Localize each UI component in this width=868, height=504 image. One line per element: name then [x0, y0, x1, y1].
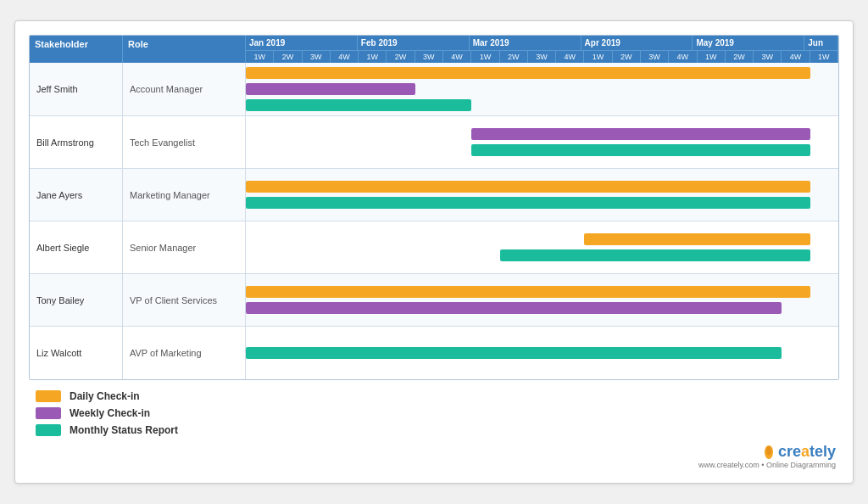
month-cell: Apr 2019: [581, 36, 693, 50]
stakeholder-cell: Jeff Smith: [30, 63, 123, 115]
month-cell: Jun: [804, 36, 838, 50]
gantt-bar: [471, 128, 810, 140]
week-cell: 1W: [246, 51, 274, 63]
bar-row: [246, 98, 838, 112]
gantt-cell: [246, 63, 838, 115]
legend-swatch: [36, 424, 61, 436]
stakeholder-header: Stakeholder: [30, 36, 123, 63]
bar-row: [246, 82, 838, 96]
role-cell: VP of Client Services: [123, 274, 246, 326]
week-cell: 2W: [387, 51, 415, 63]
week-cell: 3W: [303, 51, 331, 63]
chart-header-top: Stakeholder Role Jan 2019Feb 2019Mar 201…: [30, 36, 838, 63]
gantt-bar: [246, 347, 782, 359]
gantt-cell: [246, 169, 838, 221]
month-row: Jan 2019Feb 2019Mar 2019Apr 2019May 2019…: [246, 36, 838, 51]
week-cell: 1W: [584, 51, 612, 63]
role-cell: AVP of Marketing: [123, 327, 246, 379]
week-cell: 1W: [359, 51, 387, 63]
gantt-bar: [246, 83, 415, 95]
week-cell: 1W: [698, 51, 726, 63]
gantt-chart: Stakeholder Role Jan 2019Feb 2019Mar 201…: [29, 35, 839, 380]
legend-label: Monthly Status Report: [70, 424, 178, 436]
svg-point-1: [765, 445, 771, 455]
brand-logo: creately www.creately.com • Online Diagr…: [698, 443, 836, 469]
gantt-rows: Jeff SmithAccount ManagerBill ArmstrongT…: [30, 63, 838, 379]
bar-row: [246, 232, 838, 246]
gantt-month-header: Jan 2019Feb 2019Mar 2019Apr 2019May 2019…: [246, 36, 838, 63]
footer-url: www.creately.com • Online Diagramming: [698, 461, 836, 469]
table-row: Liz WalcottAVP of Marketing: [30, 327, 838, 379]
legend-item: Monthly Status Report: [36, 424, 839, 436]
week-cell: 4W: [556, 51, 584, 63]
footer: creately www.creately.com • Online Diagr…: [29, 443, 839, 469]
gantt-cell: [246, 327, 838, 379]
bar-row: [246, 285, 838, 299]
table-row: Tony BaileyVP of Client Services: [30, 274, 838, 327]
main-card: Stakeholder Role Jan 2019Feb 2019Mar 201…: [14, 20, 854, 484]
legend-item: Weekly Check-in: [36, 407, 839, 419]
bar-row: [246, 346, 838, 360]
bar-row: [246, 180, 838, 193]
week-cell: 2W: [726, 51, 754, 63]
gantt-bar: [246, 67, 810, 79]
legend-label: Weekly Check-in: [70, 407, 150, 419]
week-cell: 4W: [443, 51, 471, 63]
month-cell: May 2019: [693, 36, 804, 50]
month-cell: Jan 2019: [246, 36, 358, 50]
bar-row: [246, 196, 838, 210]
stakeholder-cell: Bill Armstrong: [30, 116, 123, 168]
week-cell: 3W: [754, 51, 782, 63]
stakeholder-cell: Jane Ayers: [30, 169, 123, 221]
table-row: Albert SiegleSenior Manager: [30, 221, 838, 274]
week-cell: 3W: [528, 51, 556, 63]
stakeholder-cell: Albert Siegle: [30, 221, 123, 273]
table-row: Jane AyersMarketing Manager: [30, 169, 838, 221]
role-header: Role: [123, 36, 246, 63]
legend-swatch: [36, 407, 61, 419]
week-cell: 4W: [782, 51, 810, 63]
gantt-bar: [500, 249, 810, 261]
legend-swatch: [36, 390, 61, 402]
week-cell: 4W: [331, 51, 359, 63]
bar-row: [246, 143, 838, 157]
role-cell: Account Manager: [123, 63, 246, 115]
week-cell: 2W: [500, 51, 528, 63]
gantt-bar: [246, 197, 810, 209]
stakeholder-cell: Liz Walcott: [30, 327, 123, 379]
role-cell: Tech Evangelist: [123, 116, 246, 168]
legend-label: Daily Check-in: [70, 390, 140, 402]
gantt-bar: [246, 99, 471, 111]
month-cell: Feb 2019: [358, 36, 470, 50]
week-cell: 2W: [274, 51, 302, 63]
week-row: 1W2W3W4W1W2W3W4W1W2W3W4W1W2W3W4W1W2W3W4W…: [246, 51, 838, 63]
gantt-cell: [246, 116, 838, 168]
table-row: Bill ArmstrongTech Evangelist: [30, 116, 838, 169]
table-row: Jeff SmithAccount Manager: [30, 63, 838, 116]
week-cell: 3W: [415, 51, 443, 63]
gantt-cell: [246, 221, 838, 273]
stakeholder-cell: Tony Bailey: [30, 274, 123, 326]
bar-row: [246, 66, 838, 80]
gantt-bar: [471, 144, 810, 156]
gantt-bar: [584, 233, 810, 245]
week-cell: 1W: [810, 51, 838, 63]
legend: Daily Check-inWeekly Check-inMonthly Sta…: [29, 390, 839, 436]
week-cell: 4W: [669, 51, 697, 63]
bar-row: [246, 127, 838, 141]
month-cell: Mar 2019: [470, 36, 581, 50]
role-cell: Senior Manager: [123, 221, 246, 273]
brand-name: creately: [778, 443, 836, 461]
bar-row: [246, 249, 838, 262]
role-cell: Marketing Manager: [123, 169, 246, 221]
bar-row: [246, 301, 838, 315]
gantt-bar: [246, 286, 810, 298]
week-cell: 1W: [471, 51, 499, 63]
week-cell: 2W: [613, 51, 641, 63]
week-cell: 3W: [641, 51, 669, 63]
legend-item: Daily Check-in: [36, 390, 839, 402]
creately-icon: [763, 444, 775, 461]
gantt-cell: [246, 274, 838, 326]
gantt-bar: [246, 181, 810, 193]
gantt-bar: [246, 302, 782, 314]
